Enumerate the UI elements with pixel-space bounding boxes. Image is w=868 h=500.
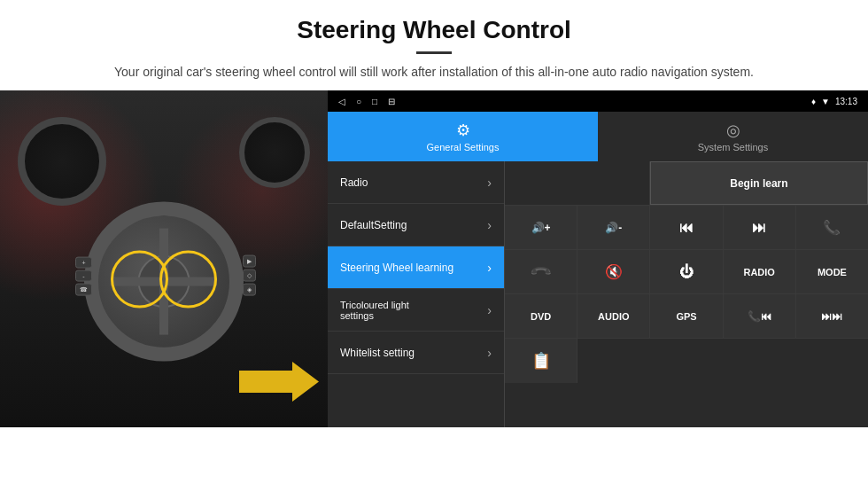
- list-icon: 📋: [531, 351, 551, 371]
- tab-general-label: General Settings: [427, 142, 500, 152]
- statusbar-right: ♦ ▼ 13:13: [811, 97, 857, 106]
- mode-label: MODE: [818, 267, 847, 277]
- audio-label: AUDIO: [598, 311, 629, 322]
- menu-whitelist-label: Whitelist setting: [340, 347, 487, 359]
- location-icon: ♦: [811, 97, 816, 106]
- signal-icon: ▼: [821, 97, 830, 106]
- clock: 13:13: [835, 97, 857, 106]
- svg-marker-0: [239, 362, 319, 402]
- vol-down-icon: 🔊: [605, 222, 618, 234]
- dashboard-gauge-left: [18, 117, 106, 206]
- menu-item-tricolour[interactable]: Tricoloured lightsettings ›: [328, 289, 504, 332]
- phone-answer-button[interactable]: 📞: [796, 206, 868, 249]
- android-tabs: ⚙ General Settings ◎ System Settings: [328, 112, 868, 161]
- next-track-icon: ⏭: [752, 220, 766, 236]
- system-settings-icon: ◎: [726, 121, 740, 140]
- menu-item-steering[interactable]: Steering Wheel learning ›: [328, 246, 504, 289]
- control-row-1: Begin learn: [505, 161, 868, 206]
- menu-default-chevron: ›: [487, 218, 492, 232]
- steering-wheel: + - ☎ ▶ ◇ ◈: [84, 202, 244, 365]
- skip-button[interactable]: ⏭⏭: [796, 294, 868, 338]
- android-content: Radio › DefaultSetting › Steering Wheel …: [328, 161, 868, 427]
- list-button[interactable]: 📋: [505, 339, 577, 383]
- arrow-indicator: [239, 357, 319, 410]
- content-area: + - ☎ ▶ ◇ ◈: [0, 90, 868, 427]
- prev-track-icon: ⏮: [679, 220, 694, 236]
- skip-icon: ⏭⏭: [821, 310, 842, 323]
- nav-recents-icon[interactable]: □: [372, 97, 377, 106]
- power-icon: ⏻: [679, 264, 694, 280]
- mode-button[interactable]: MODE: [796, 250, 868, 293]
- radio-button[interactable]: RADIO: [724, 250, 796, 293]
- control-row-4: DVD AUDIO GPS 📞⏮ ⏭⏭: [505, 294, 868, 339]
- menu-radio-label: Radio: [340, 176, 487, 189]
- control-empty-1: [505, 161, 650, 205]
- gps-button[interactable]: GPS: [650, 294, 723, 338]
- title-divider: [416, 51, 452, 54]
- phone-hangup-button[interactable]: 📞: [505, 250, 577, 293]
- nav-back-icon[interactable]: ◁: [338, 97, 345, 106]
- page-header: Steering Wheel Control Your original car…: [0, 0, 868, 90]
- general-settings-icon: ⚙: [456, 121, 470, 140]
- vol-up-button[interactable]: 🔊 +: [505, 206, 577, 249]
- prev-track-button[interactable]: ⏮: [650, 206, 723, 249]
- nav-menu-icon[interactable]: ⊟: [388, 97, 395, 106]
- menu-steering-label: Steering Wheel learning: [340, 262, 487, 274]
- dvd-button[interactable]: DVD: [505, 294, 577, 338]
- radio-label: RADIO: [743, 267, 774, 277]
- phone-prev-button[interactable]: 📞⏮: [724, 294, 796, 338]
- vol-up-icon: 🔊: [531, 222, 545, 234]
- menu-steering-chevron: ›: [487, 261, 492, 275]
- page-title: Steering Wheel Control: [53, 16, 815, 44]
- menu-radio-chevron: ›: [487, 176, 492, 190]
- menu-item-whitelist[interactable]: Whitelist setting ›: [328, 332, 504, 374]
- begin-learn-label: Begin learn: [730, 177, 787, 190]
- power-button[interactable]: ⏻: [650, 250, 723, 293]
- android-statusbar: ◁ ○ □ ⊟ ♦ ▼ 13:13: [328, 90, 868, 112]
- control-spacer: [577, 339, 868, 383]
- menu-tricolour-label: Tricoloured lightsettings: [340, 300, 487, 321]
- menu-list: Radio › DefaultSetting › Steering Wheel …: [328, 161, 505, 427]
- tab-system-label: System Settings: [698, 142, 768, 152]
- phone-answer-icon: 📞: [823, 219, 841, 236]
- control-row-2: 🔊 + 🔊 - ⏮ ⏭ 📞: [505, 206, 868, 250]
- phone-hangup-icon: 📞: [529, 260, 554, 285]
- audio-button[interactable]: AUDIO: [577, 294, 650, 338]
- android-ui: ◁ ○ □ ⊟ ♦ ▼ 13:13 ⚙ General Settings ◎ S…: [328, 90, 868, 427]
- control-panel: Begin learn 🔊 + 🔊 - ⏮: [505, 161, 868, 427]
- nav-home-icon[interactable]: ○: [356, 97, 361, 106]
- statusbar-nav-icons: ◁ ○ □ ⊟: [338, 97, 395, 106]
- car-image-section: + - ☎ ▶ ◇ ◈: [0, 90, 328, 427]
- gps-label: GPS: [676, 311, 696, 322]
- page-subtitle: Your original car's steering wheel contr…: [89, 63, 779, 82]
- phone-prev-icon: 📞⏮: [748, 310, 771, 323]
- yellow-circle-right: [159, 251, 217, 309]
- menu-whitelist-chevron: ›: [487, 346, 492, 360]
- menu-item-default[interactable]: DefaultSetting ›: [328, 204, 504, 246]
- menu-item-radio[interactable]: Radio ›: [328, 161, 504, 204]
- dashboard-gauge-right: [239, 117, 310, 188]
- next-track-button[interactable]: ⏭: [724, 206, 796, 249]
- menu-tricolour-chevron: ›: [487, 303, 492, 317]
- begin-learn-button[interactable]: Begin learn: [650, 161, 868, 205]
- dvd-label: DVD: [531, 311, 551, 322]
- mute-button[interactable]: 🔇: [577, 250, 650, 293]
- mute-icon: 🔇: [605, 263, 623, 280]
- vol-down-button[interactable]: 🔊 -: [577, 206, 650, 249]
- tab-system-settings[interactable]: ◎ System Settings: [598, 112, 868, 161]
- control-row-3: 📞 🔇 ⏻ RADIO MODE: [505, 250, 868, 294]
- control-row-5: 📋: [505, 339, 868, 383]
- tab-general-settings[interactable]: ⚙ General Settings: [328, 112, 598, 161]
- menu-default-label: DefaultSetting: [340, 219, 487, 231]
